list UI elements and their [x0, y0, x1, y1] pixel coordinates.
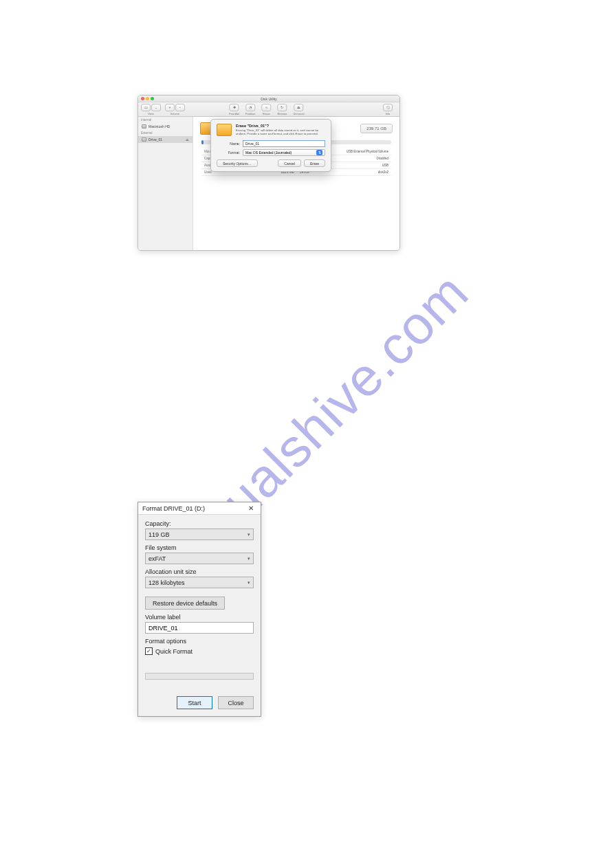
- erase-confirm-button[interactable]: Erase: [304, 159, 325, 167]
- name-input[interactable]: [243, 140, 325, 147]
- view-sidebar-button[interactable]: ▭: [141, 104, 151, 111]
- allocation-select[interactable]: 128 kilobytes ▾: [145, 577, 254, 588]
- traffic-lights: [141, 97, 154, 100]
- view-label: View: [148, 112, 154, 115]
- volume-label: Volume: [171, 112, 179, 115]
- capacity-value: 119 GB: [149, 531, 170, 538]
- info-button[interactable]: ⓘ: [383, 104, 393, 111]
- close-button-bottom[interactable]: Close: [218, 696, 254, 709]
- close-icon: ✕: [248, 504, 254, 512]
- usage-fill: [201, 140, 204, 144]
- chevron-down-icon: ▾: [248, 580, 250, 586]
- dialog-title: Format DRIVE_01 (D:): [142, 505, 205, 512]
- info-val: Disabled: [327, 155, 391, 162]
- security-options-button[interactable]: Security Options…: [217, 159, 258, 167]
- mac-toolbar: ▭ ⌄ View + − Volume ✚ First Aid ◔ Partit…: [138, 102, 399, 117]
- filesystem-value: exFAT: [149, 555, 166, 562]
- info-label: Info: [386, 112, 391, 115]
- info-val: USB External Physical Volume: [327, 148, 391, 155]
- capacity-select[interactable]: 119 GB ▾: [145, 528, 254, 540]
- info-val: USB: [327, 162, 391, 169]
- erase-label: Erase: [263, 112, 270, 115]
- partition-button[interactable]: ◔: [245, 104, 255, 111]
- format-label: Format:: [217, 151, 240, 155]
- sidebar-item-macintosh-hd[interactable]: Macintosh HD: [138, 123, 193, 130]
- sidebar-head-internal: Internal: [138, 117, 193, 123]
- format-dialog: Format DRIVE_01 (D:) ✕ Capacity: 119 GB …: [138, 502, 261, 717]
- erase-button[interactable]: ⦸: [261, 104, 271, 111]
- win-titlebar: Format DRIVE_01 (D:) ✕: [138, 502, 261, 515]
- filesystem-label: File system: [145, 544, 254, 551]
- progress-bar: [145, 673, 254, 680]
- chevron-down-icon: ▾: [248, 532, 250, 537]
- sidebar-item-label: Drive_01: [149, 137, 162, 142]
- chevron-updown-icon: ⇅: [316, 150, 322, 155]
- format-select[interactable]: Mac OS Extended (Journaled) ⇅: [243, 149, 325, 156]
- volume-label-input[interactable]: [145, 622, 254, 634]
- unmount-button[interactable]: ⏏: [294, 104, 304, 111]
- sheet-title: Erase "Drive_01"?: [236, 124, 325, 128]
- restore-label: Restore: [277, 112, 287, 115]
- eject-icon[interactable]: ⏏: [186, 137, 189, 142]
- minimize-dot-icon[interactable]: [146, 97, 149, 100]
- erase-sheet: Erase "Drive_01"? Erasing "Drive_01" wil…: [210, 119, 331, 172]
- filesystem-select[interactable]: exFAT ▾: [145, 553, 254, 564]
- format-value: Mac OS Extended (Journaled): [245, 151, 292, 155]
- unmount-label: Unmount: [293, 112, 304, 115]
- start-button[interactable]: Start: [177, 696, 212, 709]
- restore-button[interactable]: ↻: [277, 104, 287, 111]
- volume-add-button[interactable]: +: [165, 104, 175, 111]
- view-menu-button[interactable]: ⌄: [151, 104, 161, 111]
- mac-sidebar: Internal Macintosh HD External Drive_01 …: [138, 117, 193, 250]
- sheet-desc: Erasing "Drive_01" will delete all data …: [236, 129, 325, 136]
- name-label: Name:: [217, 142, 240, 146]
- quick-format-checkbox[interactable]: ✓: [145, 647, 153, 655]
- hd-icon: [142, 124, 146, 129]
- chevron-down-icon: ▾: [248, 556, 250, 561]
- capacity-button[interactable]: 239.71 GB: [360, 124, 393, 133]
- close-button[interactable]: ✕: [243, 503, 259, 514]
- sheet-drive-icon: [217, 124, 232, 136]
- close-dot-icon[interactable]: [141, 97, 144, 100]
- cancel-button[interactable]: Cancel: [278, 159, 301, 167]
- allocation-label: Allocation unit size: [145, 568, 254, 575]
- sidebar-item-drive01[interactable]: Drive_01 ⏏: [138, 136, 193, 143]
- hd-icon: [142, 137, 146, 142]
- volume-label-label: Volume label: [145, 614, 254, 621]
- firstaid-button[interactable]: ✚: [230, 104, 239, 111]
- partition-label: Partition: [245, 112, 256, 115]
- allocation-value: 128 kilobytes: [149, 579, 185, 586]
- sidebar-item-label: Macintosh HD: [149, 124, 170, 129]
- capacity-label: Capacity:: [145, 520, 254, 527]
- mac-titlebar: Disk Utility: [138, 96, 399, 102]
- format-options-label: Format options: [145, 638, 186, 645]
- volume-remove-button[interactable]: −: [175, 104, 185, 111]
- window-title: Disk Utility: [261, 97, 276, 101]
- zoom-dot-icon[interactable]: [151, 97, 154, 100]
- info-val: disk2s2: [327, 169, 391, 176]
- check-icon: ✓: [146, 648, 151, 654]
- restore-defaults-button[interactable]: Restore device defaults: [145, 597, 225, 610]
- disk-utility-window: Disk Utility ▭ ⌄ View + − Volume ✚ First…: [138, 95, 400, 251]
- firstaid-label: First Aid: [229, 112, 239, 115]
- sidebar-head-external: External: [138, 130, 193, 136]
- quick-format-label: Quick Format: [155, 648, 193, 655]
